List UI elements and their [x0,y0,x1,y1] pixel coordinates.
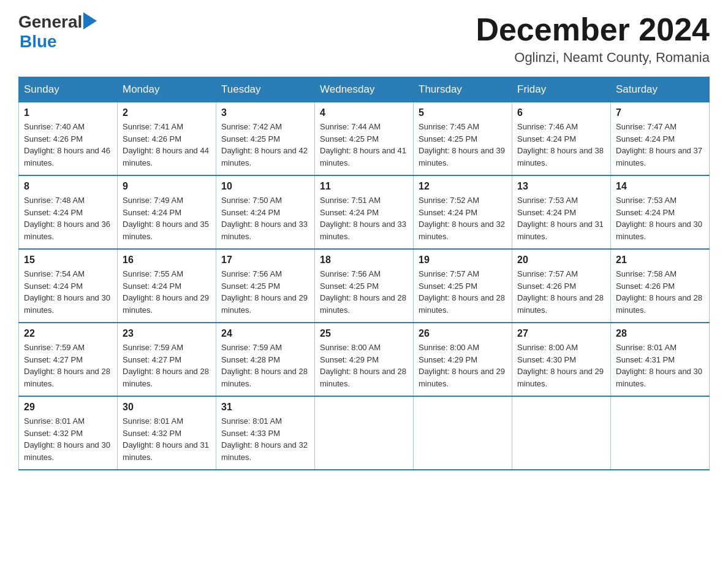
table-row: 3 Sunrise: 7:42 AM Sunset: 4:25 PM Dayli… [216,102,315,176]
daylight-label: Daylight: 8 hours and 39 minutes. [419,146,505,167]
table-row: 23 Sunrise: 7:59 AM Sunset: 4:27 PM Dayl… [118,323,216,396]
day-number: 5 [419,107,507,118]
sunrise-label: Sunrise: 8:01 AM [123,416,183,426]
day-info: Sunrise: 8:00 AM Sunset: 4:29 PM Dayligh… [320,342,408,389]
sunset-label: Sunset: 4:27 PM [24,355,83,364]
sunset-label: Sunset: 4:31 PM [616,355,675,364]
table-row: 30 Sunrise: 8:01 AM Sunset: 4:32 PM Dayl… [118,396,216,470]
sunset-label: Sunset: 4:25 PM [221,282,280,291]
day-info: Sunrise: 7:48 AM Sunset: 4:24 PM Dayligh… [24,194,112,242]
daylight-label: Daylight: 8 hours and 46 minutes. [24,146,110,167]
sunset-label: Sunset: 4:25 PM [320,282,379,291]
calendar-week-row: 29 Sunrise: 8:01 AM Sunset: 4:32 PM Dayl… [19,396,710,470]
day-number: 23 [123,328,211,339]
daylight-label: Daylight: 8 hours and 29 minutes. [517,367,604,388]
sunset-label: Sunset: 4:26 PM [517,282,576,291]
daylight-label: Daylight: 8 hours and 32 minutes. [419,220,505,241]
table-row: 21 Sunrise: 7:58 AM Sunset: 4:26 PM Dayl… [611,249,710,323]
table-row: 22 Sunrise: 7:59 AM Sunset: 4:27 PM Dayl… [19,323,118,396]
sunset-label: Sunset: 4:24 PM [320,208,379,217]
sunrise-label: Sunrise: 8:00 AM [419,343,479,352]
sunrise-label: Sunrise: 7:59 AM [221,343,282,352]
logo: General Blue [18,12,97,52]
day-info: Sunrise: 8:01 AM Sunset: 4:32 PM Dayligh… [24,415,112,463]
calendar-week-row: 8 Sunrise: 7:48 AM Sunset: 4:24 PM Dayli… [19,175,710,249]
daylight-label: Daylight: 8 hours and 37 minutes. [616,146,702,167]
day-info: Sunrise: 7:40 AM Sunset: 4:26 PM Dayligh… [24,121,112,169]
day-info: Sunrise: 7:53 AM Sunset: 4:24 PM Dayligh… [616,194,704,242]
day-info: Sunrise: 7:44 AM Sunset: 4:25 PM Dayligh… [320,121,408,169]
col-saturday: Saturday [611,77,710,102]
sunrise-label: Sunrise: 7:51 AM [320,196,381,205]
sunset-label: Sunset: 4:24 PM [616,208,675,217]
table-row: 14 Sunrise: 7:53 AM Sunset: 4:24 PM Dayl… [611,175,710,249]
col-wednesday: Wednesday [315,77,414,102]
sunset-label: Sunset: 4:32 PM [24,429,83,438]
day-number: 21 [616,255,704,266]
table-row [611,396,710,470]
day-info: Sunrise: 7:47 AM Sunset: 4:24 PM Dayligh… [616,121,704,169]
daylight-label: Daylight: 8 hours and 44 minutes. [123,146,209,167]
day-info: Sunrise: 8:00 AM Sunset: 4:30 PM Dayligh… [517,342,605,389]
day-info: Sunrise: 7:52 AM Sunset: 4:24 PM Dayligh… [419,194,507,242]
sunrise-label: Sunrise: 7:47 AM [616,122,677,131]
daylight-label: Daylight: 8 hours and 28 minutes. [24,367,110,388]
calendar-header-row: Sunday Monday Tuesday Wednesday Thursday… [19,77,710,102]
day-number: 10 [221,181,309,192]
day-number: 14 [616,181,704,192]
day-info: Sunrise: 7:58 AM Sunset: 4:26 PM Dayligh… [616,268,704,316]
sunset-label: Sunset: 4:24 PM [517,134,576,144]
sunrise-label: Sunrise: 7:55 AM [123,269,183,278]
sunrise-label: Sunrise: 7:41 AM [123,122,183,131]
day-number: 4 [320,107,408,118]
sunset-label: Sunset: 4:27 PM [123,355,181,364]
col-sunday: Sunday [19,77,118,102]
sunrise-label: Sunrise: 8:01 AM [24,416,85,426]
sunrise-label: Sunrise: 8:00 AM [517,343,578,352]
table-row: 12 Sunrise: 7:52 AM Sunset: 4:24 PM Dayl… [414,175,512,249]
table-row: 18 Sunrise: 7:56 AM Sunset: 4:25 PM Dayl… [315,249,414,323]
day-number: 17 [221,255,309,266]
sunrise-label: Sunrise: 7:59 AM [24,343,85,352]
day-info: Sunrise: 7:57 AM Sunset: 4:25 PM Dayligh… [419,268,507,316]
sunset-label: Sunset: 4:29 PM [320,355,379,364]
day-number: 9 [123,181,211,192]
day-info: Sunrise: 7:46 AM Sunset: 4:24 PM Dayligh… [517,121,605,169]
day-number: 18 [320,255,408,266]
logo-blue-text: Blue [20,32,57,51]
table-row: 31 Sunrise: 8:01 AM Sunset: 4:33 PM Dayl… [216,396,315,470]
calendar-table: Sunday Monday Tuesday Wednesday Thursday… [18,77,710,470]
daylight-label: Daylight: 8 hours and 28 minutes. [517,293,604,315]
daylight-label: Daylight: 8 hours and 31 minutes. [517,220,604,241]
table-row: 27 Sunrise: 8:00 AM Sunset: 4:30 PM Dayl… [512,323,611,396]
sunrise-label: Sunrise: 7:53 AM [517,196,578,205]
table-row: 11 Sunrise: 7:51 AM Sunset: 4:24 PM Dayl… [315,175,414,249]
sunset-label: Sunset: 4:24 PM [616,134,675,144]
table-row [315,396,414,470]
day-info: Sunrise: 7:53 AM Sunset: 4:24 PM Dayligh… [517,194,605,242]
sunset-label: Sunset: 4:24 PM [123,208,181,217]
day-number: 7 [616,107,704,118]
table-row: 13 Sunrise: 7:53 AM Sunset: 4:24 PM Dayl… [512,175,611,249]
sunset-label: Sunset: 4:33 PM [221,429,280,438]
sunrise-label: Sunrise: 7:59 AM [123,343,183,352]
table-row: 26 Sunrise: 8:00 AM Sunset: 4:29 PM Dayl… [414,323,512,396]
logo-general-text: General [18,12,82,32]
col-monday: Monday [118,77,216,102]
table-row: 15 Sunrise: 7:54 AM Sunset: 4:24 PM Dayl… [19,249,118,323]
day-info: Sunrise: 7:59 AM Sunset: 4:27 PM Dayligh… [24,342,112,389]
day-info: Sunrise: 8:00 AM Sunset: 4:29 PM Dayligh… [419,342,507,389]
day-info: Sunrise: 8:01 AM Sunset: 4:31 PM Dayligh… [616,342,704,389]
location-subtitle: Oglinzi, Neamt County, Romania [476,50,710,66]
daylight-label: Daylight: 8 hours and 32 minutes. [221,440,308,462]
col-friday: Friday [512,77,611,102]
day-number: 6 [517,107,605,118]
table-row [512,396,611,470]
sunset-label: Sunset: 4:24 PM [221,208,280,217]
sunset-label: Sunset: 4:25 PM [320,134,379,144]
daylight-label: Daylight: 8 hours and 29 minutes. [419,367,505,388]
sunrise-label: Sunrise: 8:01 AM [616,343,677,352]
daylight-label: Daylight: 8 hours and 30 minutes. [616,367,702,388]
month-title: December 2024 [476,12,710,47]
day-number: 3 [221,107,309,118]
